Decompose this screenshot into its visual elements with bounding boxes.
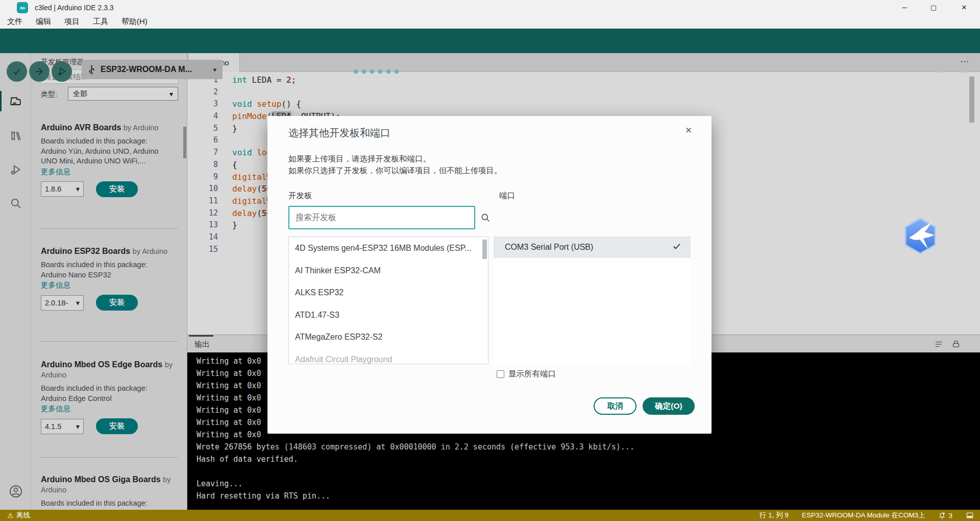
- bell-icon: [938, 512, 946, 519]
- minimize-button[interactable]: ─: [893, 0, 916, 15]
- cursor-position[interactable]: 行 1, 列 9: [760, 511, 789, 520]
- search-icon: [480, 212, 491, 223]
- dialog-instruction-1: 如果要上传项目，请选择开发板和端口。: [288, 154, 431, 164]
- board-list-item[interactable]: Adafruit Circuit Playground: [289, 348, 488, 365]
- notification-count: 3: [948, 512, 952, 519]
- menu-file[interactable]: 文件: [7, 17, 22, 27]
- dialog-close-icon[interactable]: ✕: [685, 125, 692, 136]
- select-board-port-dialog: 选择其他开发板和端口 ✕ 如果要上传项目，请选择开发板和端口。 如果你只选择了开…: [267, 116, 712, 434]
- maximize-button[interactable]: ▢: [922, 0, 945, 15]
- port-name: COM3 Serial Port (USB): [505, 243, 672, 252]
- port-list[interactable]: COM3 Serial Port (USB): [494, 236, 691, 364]
- offline-label: 离线: [16, 511, 30, 520]
- menu-edit[interactable]: 编辑: [36, 17, 51, 27]
- menu-bar: 文件 编辑 项目 工具 帮助(H): [0, 15, 980, 29]
- window-title: c3led | Arduino IDE 2.3.3: [35, 0, 114, 15]
- dialog-title: 选择其他开发板和端口: [288, 126, 390, 140]
- show-all-ports-checkbox[interactable]: [497, 370, 504, 378]
- toggle-panel-button[interactable]: [966, 511, 974, 519]
- check-icon: [672, 242, 681, 253]
- menu-tools[interactable]: 工具: [93, 17, 108, 27]
- board-search-input[interactable]: [288, 206, 475, 229]
- offline-status[interactable]: ⚠ 离线: [7, 511, 30, 520]
- show-all-ports-label: 显示所有端口: [508, 369, 556, 380]
- cancel-button[interactable]: 取消: [594, 397, 636, 415]
- board-column-label: 开发板: [288, 191, 312, 201]
- port-list-item-selected[interactable]: COM3 Serial Port (USB): [494, 236, 691, 258]
- bird-hexagon-icon: [901, 217, 940, 255]
- board-list-item[interactable]: ATMegaZero ESP32-S2: [289, 326, 488, 348]
- board-list-item[interactable]: ALKS ESP32: [289, 281, 488, 304]
- status-bar: ⚠ 离线 行 1, 列 9 ESP32-WROOM-DA Module 在COM…: [0, 510, 980, 521]
- board-list-item[interactable]: AI Thinker ESP32-CAM: [289, 259, 488, 282]
- board-list-scrollbar-thumb[interactable]: [482, 240, 487, 259]
- ok-button[interactable]: 确定(O): [643, 397, 695, 415]
- arduino-logo-icon: ∞: [17, 2, 28, 13]
- panel-icon: [966, 511, 974, 519]
- show-all-ports-row[interactable]: 显示所有端口: [497, 369, 556, 380]
- menu-sketch[interactable]: 项目: [64, 17, 80, 27]
- warning-icon: ⚠: [7, 511, 13, 519]
- board-list[interactable]: 4D Systems gen4-ESP32 16MB Modules (ESP.…: [288, 236, 488, 364]
- toolbar: ESP32-WROOM-DA M... ▾: [0, 29, 980, 53]
- close-button[interactable]: ✕: [952, 0, 976, 15]
- notifications[interactable]: 3: [938, 512, 952, 519]
- dialog-instruction-2: 如果你只选择了开发板，你可以编译项目，但不能上传项目。: [288, 165, 502, 176]
- arduino-ide-window: { "colors": { "accent": "#008184", "tool…: [0, 0, 980, 521]
- board-list-item[interactable]: 4D Systems gen4-ESP32 16MB Modules (ESP.…: [289, 237, 488, 259]
- board-port-status[interactable]: ESP32-WROOM-DA Module 在COM3上: [802, 511, 925, 520]
- title-bar: ∞ c3led | Arduino IDE 2.3.3 ─ ▢ ✕: [0, 0, 980, 15]
- thunder-download-badge[interactable]: [901, 217, 940, 255]
- board-list-item[interactable]: ATD1.47-S3: [289, 304, 488, 326]
- menu-help[interactable]: 帮助(H): [121, 17, 148, 27]
- port-column-label: 端口: [499, 191, 515, 201]
